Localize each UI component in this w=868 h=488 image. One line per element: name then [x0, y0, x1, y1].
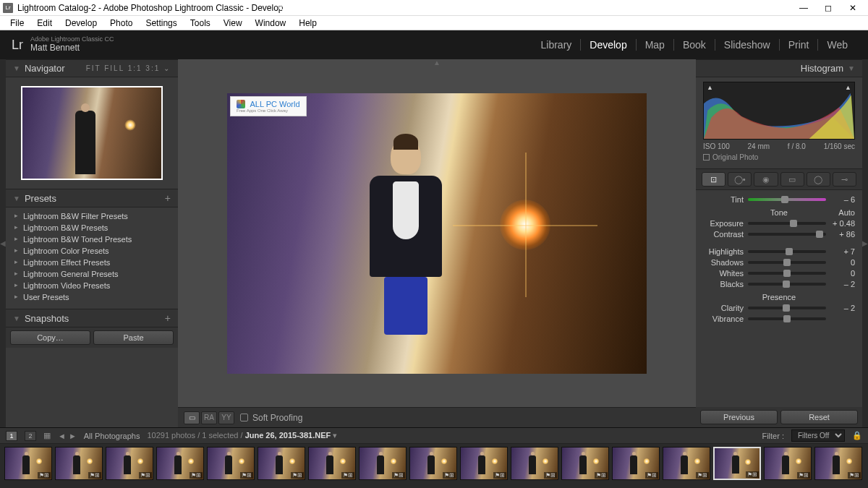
preset-folder[interactable]: Lightroom B&W Toned Presets: [6, 234, 178, 245]
preset-folder[interactable]: Lightroom Effect Presets: [6, 257, 178, 268]
filter-lock-icon[interactable]: 🔒: [852, 431, 862, 440]
primary-display-button[interactable]: 1: [6, 431, 17, 441]
filmstrip-thumbnail[interactable]: ⚑⊞: [713, 447, 761, 480]
filmstrip-thumbnail[interactable]: ⚑⊞: [814, 447, 862, 480]
right-panel-grip[interactable]: ▶: [862, 59, 868, 427]
filmstrip-thumbnails[interactable]: ⚑⊞⚑⊞⚑⊞⚑⊞⚑⊞⚑⊞⚑⊞⚑⊞⚑⊞⚑⊞⚑⊞⚑⊞⚑⊞⚑⊞⚑⊞⚑⊞⚑⊞: [0, 444, 868, 488]
adjustment-brush-button[interactable]: ⊸: [833, 172, 856, 187]
module-map[interactable]: Map: [637, 39, 674, 51]
preset-folder[interactable]: Lightroom Color Presets: [6, 245, 178, 257]
auto-tone-button[interactable]: Auto: [838, 208, 855, 217]
module-print[interactable]: Print: [780, 39, 819, 51]
loupe-view-button[interactable]: ▭: [184, 411, 200, 424]
presets-header[interactable]: ▼ Presets +: [6, 189, 178, 207]
filmstrip-thumbnail[interactable]: ⚑⊞: [308, 447, 356, 480]
filmstrip-thumbnail[interactable]: ⚑⊞: [663, 447, 710, 480]
filmstrip-thumbnail[interactable]: ⚑⊞: [359, 447, 407, 480]
highlight-clipping-icon[interactable]: ▲: [845, 84, 851, 91]
filmstrip-thumbnail[interactable]: ⚑⊞: [156, 447, 204, 480]
forward-button[interactable]: ►: [69, 432, 77, 440]
module-web[interactable]: Web: [818, 39, 856, 51]
menu-develop[interactable]: Develop: [59, 17, 103, 29]
filmstrip-thumbnail[interactable]: ⚑⊞: [409, 447, 457, 480]
clarity-slider[interactable]: [748, 307, 826, 309]
reset-button[interactable]: Reset: [780, 410, 858, 424]
whites-slider[interactable]: [748, 272, 826, 275]
navigator-zoom-options[interactable]: FIT FILL 1:1 3:1 ⌄: [86, 64, 171, 72]
add-snapshot-button[interactable]: +: [165, 312, 171, 324]
filmstrip-thumbnail[interactable]: ⚑⊞: [764, 447, 812, 480]
previous-button[interactable]: Previous: [700, 410, 778, 424]
filmstrip-thumbnail[interactable]: ⚑⊞: [258, 447, 305, 480]
radial-filter-button[interactable]: ◯: [807, 172, 830, 187]
filmstrip-thumbnail[interactable]: ⚑⊞: [55, 447, 103, 480]
highlights-slider[interactable]: [748, 250, 826, 253]
shadows-value[interactable]: 0: [830, 258, 855, 267]
clarity-value[interactable]: – 2: [830, 304, 855, 312]
tint-value[interactable]: – 6: [830, 195, 855, 204]
left-panel-grip[interactable]: ◀: [0, 59, 6, 427]
navigator-thumbnail[interactable]: [21, 86, 163, 180]
navigator-header[interactable]: ▼ Navigator FIT FILL 1:1 3:1 ⌄: [6, 59, 178, 77]
maximize-button[interactable]: ◻: [816, 0, 841, 16]
contrast-slider[interactable]: [748, 233, 826, 236]
preset-folder[interactable]: Lightroom B&W Filter Presets: [6, 210, 178, 222]
module-slideshow[interactable]: Slideshow: [715, 39, 780, 51]
add-preset-button[interactable]: +: [165, 192, 171, 204]
blacks-value[interactable]: – 2: [830, 280, 855, 288]
back-button[interactable]: ◄: [58, 432, 66, 440]
menu-window[interactable]: Window: [250, 17, 292, 29]
shadows-slider[interactable]: [748, 261, 826, 264]
close-button[interactable]: ✕: [841, 0, 865, 16]
preset-folder[interactable]: Lightroom B&W Presets: [6, 222, 178, 234]
soft-proofing-checkbox[interactable]: [240, 414, 248, 421]
exposure-value[interactable]: + 0.48: [830, 219, 855, 228]
tint-slider[interactable]: [748, 198, 826, 201]
snapshots-header[interactable]: ▼ Snapshots +: [6, 309, 178, 328]
filter-dropdown[interactable]: Filters Off: [791, 429, 845, 442]
menu-tools[interactable]: Tools: [184, 17, 216, 29]
module-develop[interactable]: Develop: [581, 39, 636, 51]
breadcrumb-source[interactable]: All Photographs: [84, 432, 140, 440]
copy-button[interactable]: Copy…: [10, 330, 90, 345]
filmstrip-thumbnail[interactable]: ⚑⊞: [460, 447, 508, 480]
filmstrip-thumbnail[interactable]: ⚑⊞: [612, 447, 660, 480]
preset-folder[interactable]: Lightroom General Presets: [6, 268, 178, 280]
before-after-lr-button[interactable]: RA: [201, 411, 217, 424]
spot-removal-button[interactable]: ◯•: [728, 172, 752, 187]
preset-folder[interactable]: User Presets: [6, 291, 178, 303]
exposure-slider[interactable]: [748, 222, 826, 225]
paste-button[interactable]: Paste: [93, 330, 174, 345]
navigator-preview[interactable]: [6, 77, 178, 189]
menu-photo[interactable]: Photo: [104, 17, 138, 29]
menu-help[interactable]: Help: [293, 17, 323, 29]
highlights-value[interactable]: + 7: [830, 247, 855, 256]
redeye-button[interactable]: ◉: [754, 172, 778, 187]
contrast-value[interactable]: + 86: [830, 230, 855, 239]
vibrance-slider[interactable]: [748, 317, 826, 320]
whites-value[interactable]: 0: [830, 269, 855, 278]
histogram-display[interactable]: ▲ ▲: [703, 82, 855, 140]
blacks-slider[interactable]: [748, 283, 826, 286]
secondary-display-button[interactable]: 2: [25, 431, 36, 441]
menu-settings[interactable]: Settings: [140, 17, 182, 29]
shadow-clipping-icon[interactable]: ▲: [707, 84, 713, 91]
before-after-tb-button[interactable]: YY: [218, 411, 234, 424]
filmstrip-thumbnail[interactable]: ⚑⊞: [106, 447, 153, 480]
minimize-button[interactable]: —: [791, 0, 816, 16]
graduated-filter-button[interactable]: ▭: [780, 172, 804, 187]
main-image-preview[interactable]: ALL PC WorldFree Apps One Click Away: [227, 93, 647, 374]
histogram-header[interactable]: Histogram ▼: [696, 59, 862, 77]
filmstrip-thumbnail[interactable]: ⚑⊞: [561, 447, 609, 480]
original-photo-checkbox[interactable]: [703, 154, 710, 160]
module-book[interactable]: Book: [674, 39, 715, 51]
filmstrip-thumbnail[interactable]: ⚑⊞: [511, 447, 558, 480]
filmstrip-thumbnail[interactable]: ⚑⊞: [207, 447, 255, 480]
menu-view[interactable]: View: [218, 17, 248, 29]
crop-tool-button[interactable]: ⊡: [702, 172, 726, 187]
menu-file[interactable]: File: [4, 17, 30, 29]
preset-folder[interactable]: Lightroom Video Presets: [6, 280, 178, 291]
grid-icon[interactable]: ▦: [43, 431, 51, 440]
module-library[interactable]: Library: [532, 39, 582, 51]
filmstrip-thumbnail[interactable]: ⚑⊞: [4, 447, 52, 480]
